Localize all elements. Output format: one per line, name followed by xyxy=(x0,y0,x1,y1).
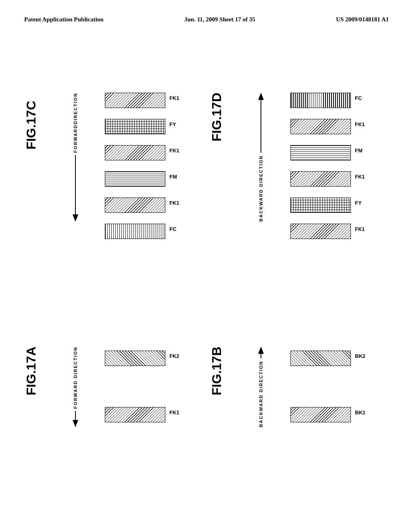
fig17d-box-fm xyxy=(290,145,351,160)
fig17d-box-fk1-2 xyxy=(290,171,351,187)
svg-marker-1 xyxy=(258,93,264,100)
fig17c-label-fy: FY xyxy=(169,121,176,127)
fig17d-arrow-up xyxy=(258,93,264,100)
fig17c-label-fc: FC xyxy=(169,226,176,232)
fig17c-box-fc xyxy=(105,224,165,239)
fig17b-box-bk2 xyxy=(290,351,351,366)
header-right: US 2009/0148181 A1 xyxy=(336,16,389,23)
fig17d-label-fm: FM xyxy=(355,148,363,154)
fig17d-box-fk1-3 xyxy=(290,224,351,239)
fig17c-label-fk1-top: FK1 xyxy=(169,95,179,101)
fig17b-box-bk1 xyxy=(290,407,351,422)
fig17a-box-fk1 xyxy=(105,407,165,422)
fig17c-box-fk1-top xyxy=(105,93,165,108)
svg-marker-3 xyxy=(258,347,264,354)
header-left: Patent Application Publication xyxy=(24,16,104,23)
fig17a-direction-text: FORWARD DIRECTION xyxy=(73,347,78,409)
fig17d-label-fk1-2: FK1 xyxy=(355,174,365,180)
header-center: Jun. 11, 2009 Sheet 17 of 35 xyxy=(184,16,255,23)
fig17c-box-fk1-2 xyxy=(105,145,165,160)
svg-marker-0 xyxy=(73,214,78,222)
fig17d-label-fc: FC xyxy=(355,95,362,101)
fig17c-arrow-down xyxy=(73,214,78,222)
fig17c-box-fk1-3 xyxy=(105,197,165,213)
fig17a: FIG.17A FORWARD DIRECTION FK2 FK1 xyxy=(24,314,210,451)
fig17b-direction-block: BACKWARD DIRECTION xyxy=(258,347,264,427)
fig17c-label-fk1-2: FK1 xyxy=(169,148,179,154)
page-header: Patent Application Publication Jun. 11, … xyxy=(0,16,413,23)
fig17c-label: FIG.17C xyxy=(24,101,38,150)
fig17a-label: FIG.17A xyxy=(24,347,38,395)
fig17a-label-fk1: FK1 xyxy=(169,409,179,416)
fig17a-label-fk2: FK2 xyxy=(169,353,179,359)
fig17d-box-fy xyxy=(290,197,351,213)
fig17a-direction-block: FORWARD DIRECTION xyxy=(73,347,78,427)
fig17c-direction-text: FORWARDDIRECTION xyxy=(73,93,78,153)
fig17b-label-bk2: BK2 xyxy=(355,353,365,359)
fig17d-label-fk1-1: FK1 xyxy=(355,121,365,127)
fig17c-label-fk1-3: FK1 xyxy=(169,200,179,206)
fig17c-box-fm xyxy=(105,171,165,187)
fig17d-direction-text: BACKWARD DIRECTION xyxy=(259,155,263,222)
fig17a-box-fk2 xyxy=(105,351,165,366)
fig17d-box-fk1-1 xyxy=(290,119,351,134)
fig17c-direction-block: FORWARDDIRECTION xyxy=(73,93,78,222)
fig17d-direction-block: BACKWARD DIRECTION xyxy=(258,93,264,222)
fig17b-label-bk1: BK1 xyxy=(355,409,365,416)
fig17d: FIG.17D BACKWARD DIRECTION FC FK1 FM FK1… xyxy=(210,60,395,254)
fig17c-box-fy xyxy=(105,119,165,134)
fig17d-box-fc xyxy=(290,93,351,108)
fig17b: FIG.17B BACKWARD DIRECTION BK2 BK1 xyxy=(210,314,395,451)
fig17c-label-fm: FM xyxy=(169,174,177,180)
fig17c: FIG.17C FORWARDDIRECTION FK1 FY FK1 FM F… xyxy=(24,60,210,254)
fig17d-label-fk1-3: FK1 xyxy=(355,226,365,232)
fig17b-arrow-up xyxy=(258,347,264,354)
fig17b-direction-text: BACKWARD DIRECTION xyxy=(259,361,263,427)
fig17d-label-fy: FY xyxy=(355,200,362,206)
fig17b-label: FIG.17B xyxy=(210,347,224,395)
fig17d-label: FIG.17D xyxy=(210,93,224,141)
fig17a-arrow-down xyxy=(73,420,78,427)
svg-marker-2 xyxy=(73,420,78,427)
